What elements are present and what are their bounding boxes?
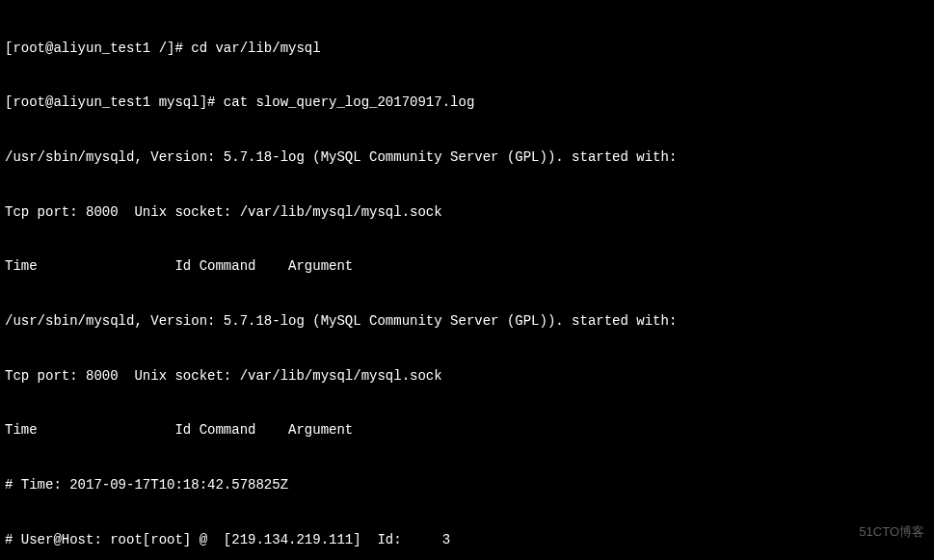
terminal-line: # User@Host: root[root] @ [219.134.219.1… <box>5 531 929 549</box>
terminal-line: Tcp port: 8000 Unix socket: /var/lib/mys… <box>5 367 929 386</box>
terminal-line: Time Id Command Argument <box>5 257 929 276</box>
terminal-line: [root@aliyun_test1 /]# cd var/lib/mysql <box>5 40 929 58</box>
watermark-text: 51CTO博客 <box>859 523 924 541</box>
terminal-line: Tcp port: 8000 Unix socket: /var/lib/mys… <box>5 203 929 222</box>
terminal-line: /usr/sbin/mysqld, Version: 5.7.18-log (M… <box>5 148 929 167</box>
terminal-line: Time Id Command Argument <box>5 421 929 440</box>
terminal-output[interactable]: [root@aliyun_test1 /]# cd var/lib/mysql … <box>5 3 929 560</box>
terminal-line: [root@aliyun_test1 mysql]# cat slow_quer… <box>5 93 929 112</box>
terminal-line: /usr/sbin/mysqld, Version: 5.7.18-log (M… <box>5 312 929 331</box>
terminal-line: # Time: 2017-09-17T10:18:42.578825Z <box>5 476 929 494</box>
